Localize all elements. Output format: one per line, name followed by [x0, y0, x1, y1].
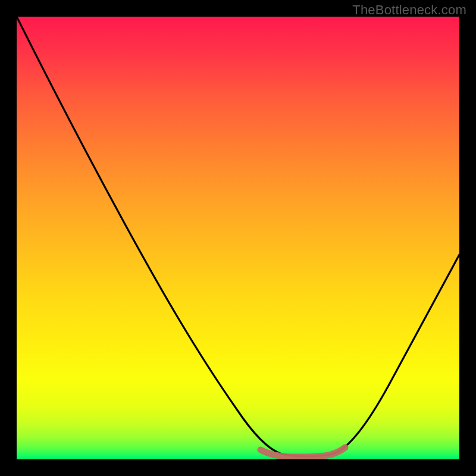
plot-area — [17, 17, 459, 459]
watermark-text: TheBottleneck.com — [352, 2, 466, 18]
bottleneck-curve — [17, 17, 459, 459]
chart-frame: TheBottleneck.com — [0, 0, 476, 476]
highlight-band-path — [261, 447, 345, 457]
curve-path — [17, 17, 459, 456]
